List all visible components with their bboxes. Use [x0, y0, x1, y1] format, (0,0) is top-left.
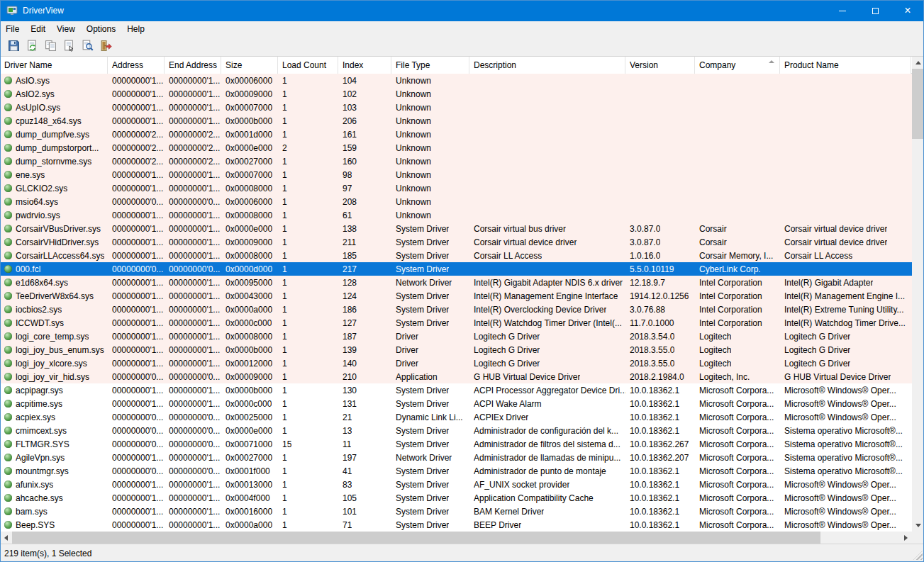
scroll-right-button[interactable]: [900, 532, 912, 544]
find-button[interactable]: [79, 38, 96, 55]
driver-icon: [4, 386, 12, 394]
column-header-company[interactable]: Company: [695, 57, 780, 74]
table-row[interactable]: ICCWDT.sys00000000'1...00000000'1...0x00…: [0, 316, 912, 330]
cell: Microsoft® Windows® Oper...: [780, 478, 911, 491]
driver-name-cell: FLTMGR.SYS: [0, 437, 108, 451]
table-row[interactable]: logi_joy_vir_hid.sys00000000'0...0000000…: [0, 370, 912, 383]
resize-grip[interactable]: [913, 551, 923, 560]
cell: 97: [338, 181, 391, 195]
table-row[interactable]: 000.fcl00000000'0...00000000'0...0x0000d…: [0, 262, 912, 276]
cell: 10.0.18362.1: [625, 505, 695, 518]
column-header-address[interactable]: Address: [108, 57, 165, 74]
table-row[interactable]: TeeDriverW8x64.sys00000000'1...00000000'…: [0, 289, 912, 303]
vertical-scrollbar[interactable]: [912, 57, 924, 532]
table-row[interactable]: FLTMGR.SYS00000000'0...00000000'0...0x00…: [0, 437, 912, 451]
save-button[interactable]: [6, 38, 22, 55]
menu-edit[interactable]: Edit: [25, 21, 51, 37]
driver-icon: [4, 238, 12, 246]
scroll-down-button[interactable]: [912, 519, 924, 532]
driver-name-cell: bam.sys: [0, 505, 108, 518]
properties-button[interactable]: [61, 38, 77, 55]
menu-file[interactable]: File: [0, 21, 25, 37]
table-row[interactable]: dump_stornvme.sys00000000'2...00000000'2…: [0, 154, 912, 168]
cell: Logitech: [695, 343, 780, 356]
table-row[interactable]: Beep.SYS00000000'1...00000000'1...0x0000…: [0, 518, 912, 532]
cell: [469, 154, 625, 168]
close-button[interactable]: ×: [891, 0, 924, 21]
minimize-button[interactable]: [826, 0, 859, 21]
table-row[interactable]: GLCKIO2.sys00000000'1...00000000'1...0x0…: [0, 181, 912, 195]
cell: 0x0001d000: [221, 128, 278, 141]
cell: Network Driver: [391, 276, 469, 289]
table-row[interactable]: cmimcext.sys00000000'0...00000000'0...0x…: [0, 424, 912, 437]
menu-options[interactable]: Options: [81, 21, 121, 37]
table-row[interactable]: logi_core_temp.sys00000000'1...00000000'…: [0, 330, 912, 343]
cell: Microsoft Corpora...: [695, 505, 780, 518]
cell: [780, 168, 911, 181]
table-row[interactable]: CorsairLLAccess64.sys00000000'1...000000…: [0, 249, 912, 262]
table-row[interactable]: iocbios2.sys00000000'1...00000000'1...0x…: [0, 303, 912, 316]
table-row[interactable]: e1d68x64.sys00000000'1...00000000'1...0x…: [0, 276, 912, 289]
column-header-label: Product Name: [784, 60, 839, 70]
column-header-file-type[interactable]: File Type: [391, 57, 469, 74]
table-row[interactable]: AsUpIO.sys00000000'1...00000000'1...0x00…: [0, 101, 912, 114]
column-header-driver-name[interactable]: Driver Name: [0, 57, 108, 74]
cell: 00000000'0...: [165, 262, 221, 276]
horizontal-scrollbar[interactable]: [0, 532, 912, 544]
table-row[interactable]: ahcache.sys00000000'1...00000000'1...0x0…: [0, 491, 912, 505]
column-header-index[interactable]: Index: [338, 57, 391, 74]
menu-help[interactable]: Help: [121, 21, 150, 37]
copy-button[interactable]: [43, 38, 59, 55]
scroll-left-button[interactable]: [0, 532, 12, 544]
exit-button[interactable]: [98, 38, 114, 55]
column-header-end-address[interactable]: End Address: [165, 57, 221, 74]
maximize-button[interactable]: [859, 0, 891, 21]
cell: 1: [278, 128, 338, 141]
cell: 00000000'1...: [165, 168, 221, 181]
column-header-description[interactable]: Description: [469, 57, 625, 74]
cell: 1: [278, 491, 338, 505]
table-row[interactable]: acpiex.sys00000000'0...00000000'0...0x00…: [0, 410, 912, 424]
column-header-size[interactable]: Size: [221, 57, 278, 74]
table-row[interactable]: AsIO2.sys00000000'1...00000000'1...0x000…: [0, 87, 912, 101]
table-row[interactable]: ene.sys00000000'1...00000000'1...0x00007…: [0, 168, 912, 181]
refresh-button[interactable]: [24, 38, 40, 55]
cell: Unknown: [391, 101, 469, 114]
column-header-version[interactable]: Version: [625, 57, 695, 74]
horizontal-scrollbar-thumb[interactable]: [12, 532, 820, 544]
cell: 1: [278, 276, 338, 289]
driver-name-cell: AsIO2.sys: [0, 87, 108, 101]
table-row[interactable]: CorsairVBusDriver.sys00000000'1...000000…: [0, 222, 912, 235]
driver-icon: [4, 117, 12, 125]
table-row[interactable]: msio64.sys00000000'0...00000000'0...0x00…: [0, 195, 912, 208]
table-row[interactable]: dump_dumpfve.sys00000000'2...00000000'2.…: [0, 128, 912, 141]
left-arrow-icon: [4, 535, 8, 541]
table-row[interactable]: pwdrvio.sys00000000'1...00000000'1...0x0…: [0, 208, 912, 222]
table-row[interactable]: dump_dumpstorport...00000000'2...0000000…: [0, 141, 912, 154]
cell: [780, 128, 911, 141]
table-row[interactable]: acpipagr.sys00000000'1...00000000'1...0x…: [0, 383, 912, 397]
vertical-scrollbar-thumb[interactable]: [912, 69, 924, 139]
table-row[interactable]: logi_joy_bus_enum.sys00000000'1...000000…: [0, 343, 912, 356]
table-row[interactable]: mountmgr.sys00000000'0...00000000'0...0x…: [0, 464, 912, 478]
driver-name-cell: ene.sys: [0, 168, 108, 181]
cell: Microsoft® Windows® Oper...: [780, 518, 911, 532]
cell: [625, 87, 695, 101]
cell: 139: [338, 343, 391, 356]
table-row[interactable]: AsIO.sys00000000'1...00000000'1...0x0000…: [0, 74, 912, 87]
menu-view[interactable]: View: [51, 21, 81, 37]
cell: 0x00006000: [221, 74, 278, 87]
toolbar: [0, 37, 924, 57]
column-header-product-name[interactable]: Product Name: [780, 57, 911, 74]
table-row[interactable]: AgileVpn.sys00000000'1...00000000'1...0x…: [0, 451, 912, 464]
cell: Logitech G Driver: [469, 356, 625, 370]
table-row[interactable]: afunix.sys00000000'1...00000000'1...0x00…: [0, 478, 912, 491]
scroll-up-button[interactable]: [912, 57, 924, 69]
table-row[interactable]: cpuz148_x64.sys00000000'1...00000000'1..…: [0, 114, 912, 128]
column-header-load-count[interactable]: Load Count: [278, 57, 338, 74]
table-row[interactable]: CorsairVHidDriver.sys00000000'1...000000…: [0, 235, 912, 249]
cell: 210: [338, 370, 391, 383]
table-row[interactable]: acpitime.sys00000000'1...00000000'1...0x…: [0, 397, 912, 410]
table-row[interactable]: logi_joy_xlcore.sys00000000'1...00000000…: [0, 356, 912, 370]
table-row[interactable]: bam.sys00000000'1...00000000'1...0x00016…: [0, 505, 912, 518]
